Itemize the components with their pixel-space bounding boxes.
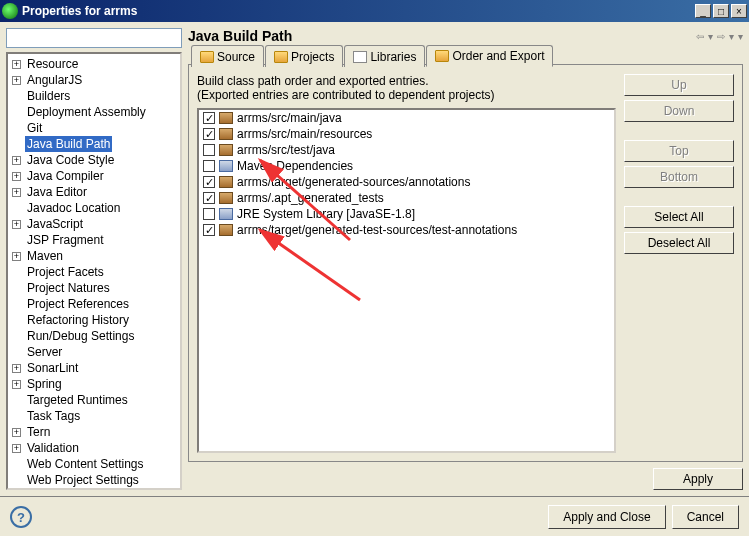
tree-item-label: Javadoc Location <box>25 200 122 216</box>
entry-label: arrms/src/test/java <box>237 143 335 157</box>
checkbox[interactable] <box>203 144 215 156</box>
jar-icon <box>219 160 233 172</box>
tree-item[interactable]: +Resource <box>8 56 180 72</box>
tree-item[interactable]: +Java Code Style <box>8 152 180 168</box>
tree-item[interactable]: Project Facets <box>8 264 180 280</box>
tree-item[interactable]: +Validation <box>8 440 180 456</box>
tree-item-label: Run/Debug Settings <box>25 328 136 344</box>
tab-projects[interactable]: Projects <box>265 45 343 67</box>
apply-button[interactable]: Apply <box>653 468 743 490</box>
window-title: Properties for arrms <box>22 4 695 18</box>
checkbox[interactable] <box>203 192 215 204</box>
apply-and-close-button[interactable]: Apply and Close <box>548 505 665 529</box>
list-item[interactable]: JRE System Library [JavaSE-1.8] <box>199 206 614 222</box>
tree-item[interactable]: Javadoc Location <box>8 200 180 216</box>
minimize-button[interactable]: _ <box>695 4 711 18</box>
tree-item[interactable]: Web Content Settings <box>8 456 180 472</box>
expand-icon[interactable]: + <box>12 188 21 197</box>
deselect-all-button[interactable]: Deselect All <box>624 232 734 254</box>
tree-item[interactable]: +Java Compiler <box>8 168 180 184</box>
select-all-button[interactable]: Select All <box>624 206 734 228</box>
expand-icon[interactable]: + <box>12 380 21 389</box>
top-button[interactable]: Top <box>624 140 734 162</box>
expand-icon[interactable]: + <box>12 220 21 229</box>
tree-item[interactable]: +Java Editor <box>8 184 180 200</box>
entry-label: JRE System Library [JavaSE-1.8] <box>237 207 415 221</box>
filter-input[interactable] <box>6 28 182 48</box>
entries-list[interactable]: arrms/src/main/javaarrms/src/main/resour… <box>197 108 616 453</box>
list-item[interactable]: arrms/target/generated-test-sources/test… <box>199 222 614 238</box>
list-item[interactable]: arrms/target/generated-sources/annotatio… <box>199 174 614 190</box>
expand-icon[interactable]: + <box>12 156 21 165</box>
tree-item[interactable]: +Maven <box>8 248 180 264</box>
tree-item[interactable]: Java Build Path <box>8 136 180 152</box>
tree-item[interactable]: Task Tags <box>8 408 180 424</box>
tree-item[interactable]: +Spring <box>8 376 180 392</box>
checkbox[interactable] <box>203 112 215 124</box>
forward-icon[interactable]: ⇨ <box>717 31 725 42</box>
checkbox[interactable] <box>203 128 215 140</box>
back-icon[interactable]: ⇦ <box>696 31 704 42</box>
expand-icon[interactable]: + <box>12 60 21 69</box>
tree-item-label: Java Compiler <box>25 168 106 184</box>
checkbox[interactable] <box>203 224 215 236</box>
expand-icon[interactable]: + <box>12 364 21 373</box>
tree-item[interactable]: Web Project Settings <box>8 472 180 488</box>
list-item[interactable]: arrms/src/test/java <box>199 142 614 158</box>
jar-icon <box>219 208 233 220</box>
expand-icon[interactable]: + <box>12 252 21 261</box>
tree-item[interactable]: Deployment Assembly <box>8 104 180 120</box>
tree-item[interactable]: Builders <box>8 88 180 104</box>
pkg-icon <box>219 144 233 156</box>
tab-source[interactable]: Source <box>191 45 264 67</box>
expand-icon[interactable]: + <box>12 172 21 181</box>
bottom-button[interactable]: Bottom <box>624 166 734 188</box>
tree-item-label: Java Build Path <box>25 136 112 152</box>
list-item[interactable]: Maven Dependencies <box>199 158 614 174</box>
tree-item-label: Builders <box>25 88 72 104</box>
checkbox[interactable] <box>203 160 215 172</box>
maximize-button[interactable]: □ <box>713 4 729 18</box>
up-button[interactable]: Up <box>624 74 734 96</box>
tree-item[interactable]: +JavaScript <box>8 216 180 232</box>
checkbox[interactable] <box>203 208 215 220</box>
expand-icon[interactable]: + <box>12 428 21 437</box>
help-icon[interactable]: ? <box>10 506 32 528</box>
nav-arrows[interactable]: ⇦▾ ⇨▾ ▾ <box>696 31 743 42</box>
category-tree[interactable]: +Resource+AngularJSBuildersDeployment As… <box>6 52 182 490</box>
tree-item[interactable]: JSP Fragment <box>8 232 180 248</box>
tree-item[interactable]: Targeted Runtimes <box>8 392 180 408</box>
tree-item-label: Task Tags <box>25 408 82 424</box>
tree-item[interactable]: Project References <box>8 296 180 312</box>
tree-item[interactable]: +Tern <box>8 424 180 440</box>
tree-item[interactable]: Server <box>8 344 180 360</box>
tree-item[interactable]: Refactoring History <box>8 312 180 328</box>
tab-order-and-export[interactable]: Order and Export <box>426 45 553 67</box>
tree-item-label: Web Content Settings <box>25 456 146 472</box>
checkbox[interactable] <box>203 176 215 188</box>
tree-item[interactable]: Project Natures <box>8 280 180 296</box>
tab-libraries[interactable]: Libraries <box>344 45 425 67</box>
cancel-button[interactable]: Cancel <box>672 505 739 529</box>
tree-item-label: Project Facets <box>25 264 106 280</box>
pkg-icon <box>219 112 233 124</box>
tree-item[interactable]: Run/Debug Settings <box>8 328 180 344</box>
tab-label: Projects <box>291 50 334 64</box>
expand-icon[interactable]: + <box>12 76 21 85</box>
list-item[interactable]: arrms/src/main/java <box>199 110 614 126</box>
page-title: Java Build Path <box>188 28 292 44</box>
pkg-icon <box>219 176 233 188</box>
tree-item[interactable]: +SonarLint <box>8 360 180 376</box>
tree-item[interactable]: +XDoclet <box>8 488 180 490</box>
tree-item-label: AngularJS <box>25 72 84 88</box>
list-item[interactable]: arrms/.apt_generated_tests <box>199 190 614 206</box>
list-item[interactable]: arrms/src/main/resources <box>199 126 614 142</box>
tab-label: Libraries <box>370 50 416 64</box>
pkg-icon <box>219 128 233 140</box>
close-button[interactable]: × <box>731 4 747 18</box>
tree-item[interactable]: +AngularJS <box>8 72 180 88</box>
folder-icon <box>200 51 214 63</box>
expand-icon[interactable]: + <box>12 444 21 453</box>
tree-item[interactable]: Git <box>8 120 180 136</box>
down-button[interactable]: Down <box>624 100 734 122</box>
